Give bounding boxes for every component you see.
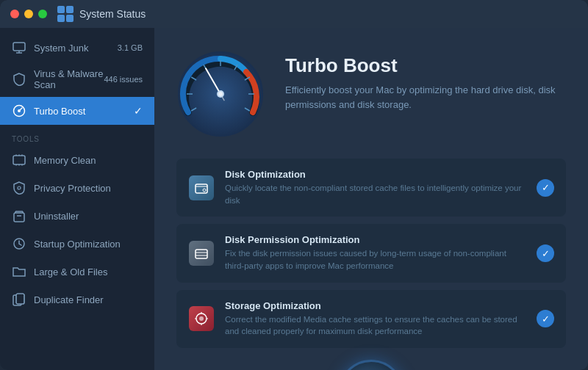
folder-icon xyxy=(12,264,26,279)
svg-rect-37 xyxy=(196,184,207,193)
sidebar-label-memory-clean: Memory Clean xyxy=(34,155,143,166)
traffic-lights xyxy=(10,10,47,18)
disk-opt-icon xyxy=(188,175,215,201)
storage-opt-desc: Correct the modified Media cache setting… xyxy=(225,313,526,338)
duplicate-icon xyxy=(12,292,26,307)
svg-rect-14 xyxy=(14,213,24,222)
sidebar-label-turbo-boost: Turbo Boost xyxy=(34,106,134,117)
maximize-button[interactable] xyxy=(38,10,47,18)
svg-rect-39 xyxy=(196,250,207,258)
storage-icon-bg xyxy=(189,306,214,331)
uninstaller-icon xyxy=(12,208,26,223)
app-title: System Status xyxy=(79,8,146,20)
sidebar-label-uninstaller: Uninstaller xyxy=(34,211,143,222)
sidebar-label-system-junk: System Junk xyxy=(34,43,118,54)
disk-icon-bg xyxy=(189,175,214,200)
content-description: Efficiently boost your Mac by optimizing… xyxy=(285,83,557,112)
sidebar-item-system-junk[interactable]: System Junk 3.1 GB xyxy=(0,34,154,62)
storage-opt-check: ✓ xyxy=(537,310,554,327)
minimize-button[interactable] xyxy=(24,10,33,18)
app-icon-cell xyxy=(57,6,65,13)
perm-opt-title: Disk Permission Optimization xyxy=(225,234,526,245)
sidebar-label-virus: Virus & Malware Scan xyxy=(34,68,104,90)
sidebar-item-startup[interactable]: Startup Optimization xyxy=(0,230,154,258)
active-checkmark: ✓ xyxy=(134,105,143,117)
monitor-icon xyxy=(12,40,26,55)
sidebar-badge-system-junk: 3.1 GB xyxy=(118,43,143,52)
storage-opt-text: Storage Optimization Correct the modifie… xyxy=(225,300,526,338)
sidebar-item-memory-clean[interactable]: Memory Clean xyxy=(0,146,154,174)
disk-opt-check: ✓ xyxy=(537,179,554,197)
feature-list: Disk Optimization Quickly locate the non… xyxy=(176,159,566,348)
perm-opt-icon xyxy=(188,240,215,266)
content-title: Turbo Boost xyxy=(285,54,557,77)
disk-opt-title: Disk Optimization xyxy=(225,169,526,180)
sidebar-item-large-files[interactable]: Large & Old Files xyxy=(0,258,154,286)
app-icon xyxy=(57,6,74,22)
memory-icon xyxy=(12,153,26,167)
titlebar: System Status xyxy=(0,0,588,28)
close-button[interactable] xyxy=(10,10,19,18)
privacy-icon xyxy=(12,181,26,195)
sidebar-badge-virus: 446 issues xyxy=(104,75,143,84)
shield-icon xyxy=(12,72,26,87)
perm-opt-desc: Fix the disk permission issues caused by… xyxy=(225,247,526,272)
sidebar-item-virus-malware[interactable]: Virus & Malware Scan 446 issues xyxy=(0,62,154,97)
app-icon-cell xyxy=(57,15,65,22)
sidebar-label-startup: Startup Optimization xyxy=(34,239,143,250)
content-title-area: Turbo Boost Efficiently boost your Mac b… xyxy=(285,50,557,112)
svg-line-5 xyxy=(19,108,22,111)
tools-section-label: Tools xyxy=(0,125,154,146)
sidebar-label-privacy: Privacy Protection xyxy=(34,183,143,194)
feature-card-storage: Storage Optimization Correct the modifie… xyxy=(176,290,566,348)
svg-point-36 xyxy=(218,92,223,96)
sidebar-item-turbo-boost[interactable]: Turbo Boost ✓ xyxy=(0,97,154,125)
storage-opt-title: Storage Optimization xyxy=(225,300,526,311)
sidebar-item-uninstaller[interactable]: Uninstaller xyxy=(0,202,154,230)
feature-card-disk-optimization: Disk Optimization Quickly locate the non… xyxy=(176,159,566,217)
sidebar-label-duplicate: Duplicate Finder xyxy=(34,294,143,305)
perm-opt-text: Disk Permission Optimization Fix the dis… xyxy=(225,234,526,272)
app-window: System Status System Junk 3.1 GB xyxy=(0,0,588,370)
disk-opt-desc: Quickly locate the non-compliant stored … xyxy=(225,182,526,206)
main-layout: System Junk 3.1 GB Virus & Malware Scan … xyxy=(0,28,588,370)
sidebar-item-privacy-protection[interactable]: Privacy Protection xyxy=(0,174,154,202)
sidebar-item-duplicate-finder[interactable]: Duplicate Finder xyxy=(0,286,154,313)
svg-rect-21 xyxy=(16,294,24,304)
sidebar: System Junk 3.1 GB Virus & Malware Scan … xyxy=(0,28,154,370)
storage-opt-icon xyxy=(188,305,215,332)
app-title-area: System Status xyxy=(57,6,146,22)
boost-button[interactable]: Boost xyxy=(338,360,404,370)
gauge-icon xyxy=(12,104,26,118)
perm-icon-bg xyxy=(189,241,214,266)
svg-rect-0 xyxy=(13,43,25,51)
sidebar-label-large-files: Large & Old Files xyxy=(34,266,143,278)
app-icon-cell xyxy=(66,6,74,13)
svg-point-38 xyxy=(203,189,206,192)
turbo-gauge xyxy=(176,50,265,138)
app-icon-cell xyxy=(66,15,74,22)
svg-point-43 xyxy=(199,316,204,321)
startup-icon xyxy=(12,236,26,251)
svg-rect-6 xyxy=(13,156,25,164)
perm-opt-check: ✓ xyxy=(537,244,554,262)
boost-button-container: Boost xyxy=(176,360,566,370)
svg-point-13 xyxy=(18,186,21,189)
feature-card-disk-permission: Disk Permission Optimization Fix the dis… xyxy=(176,224,566,282)
content-area: Turbo Boost Efficiently boost your Mac b… xyxy=(154,28,588,370)
content-header: Turbo Boost Efficiently boost your Mac b… xyxy=(176,50,566,138)
disk-opt-text: Disk Optimization Quickly locate the non… xyxy=(225,169,526,206)
